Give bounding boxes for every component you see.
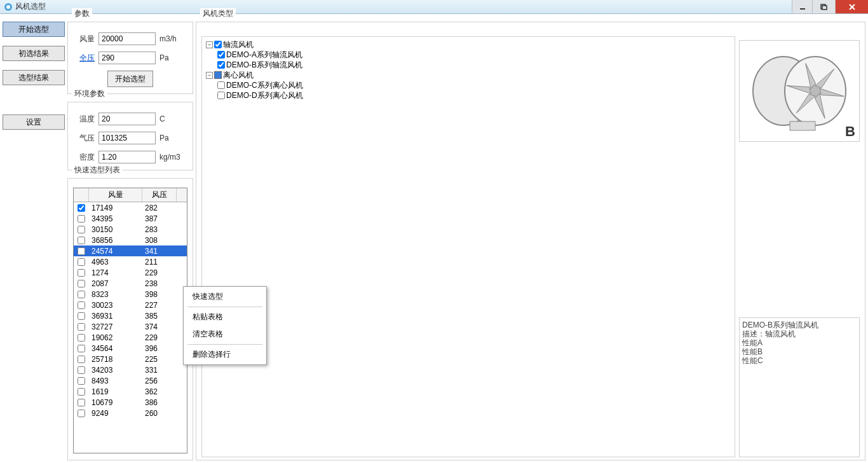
tree-node-centrifugal[interactable]: 离心风机 <box>223 70 254 80</box>
row-checkbox[interactable] <box>78 291 85 298</box>
flow-label: 风量 <box>73 34 95 45</box>
row-checkbox[interactable] <box>78 312 85 320</box>
table-row[interactable]: 2087238 <box>74 278 187 289</box>
fan-type-tree[interactable]: − 轴流风机 DEMO-A系列轴流风机 <box>201 36 735 457</box>
cell-flow: 8493 <box>89 377 142 385</box>
tree-checkbox[interactable] <box>214 41 222 48</box>
table-row[interactable]: 9249260 <box>74 408 187 418</box>
table-row[interactable]: 8493256 <box>74 375 187 386</box>
row-checkbox[interactable] <box>78 388 85 396</box>
row-checkbox[interactable] <box>78 269 85 277</box>
table-row[interactable]: 34564396 <box>74 343 187 354</box>
cell-press: 331 <box>142 366 177 375</box>
params-group-title: 参数 <box>72 8 92 19</box>
tree-checkbox[interactable] <box>217 61 225 69</box>
cell-press: 283 <box>142 225 177 234</box>
row-checkbox[interactable] <box>78 356 85 363</box>
cell-press: 385 <box>142 312 177 321</box>
row-checkbox[interactable] <box>78 280 85 287</box>
table-row[interactable]: 36856308 <box>74 235 187 245</box>
expander-icon[interactable]: − <box>206 72 213 79</box>
maximize-button[interactable] <box>812 0 835 13</box>
row-checkbox[interactable] <box>78 215 85 223</box>
table-row[interactable]: 10679386 <box>74 397 187 408</box>
titlebar: 风机选型 <box>0 0 868 14</box>
table-row[interactable]: 8323398 <box>74 289 187 300</box>
cell-press: 341 <box>142 247 177 256</box>
tree-checkbox-partial[interactable] <box>214 71 222 79</box>
table-row[interactable]: 25718225 <box>74 354 187 364</box>
table-row[interactable]: 30150283 <box>74 224 187 235</box>
row-checkbox[interactable] <box>78 366 85 374</box>
menu-quick-select[interactable]: 快速选型 <box>185 288 265 305</box>
table-row[interactable]: 34203331 <box>74 364 187 375</box>
tree-node-demo-b[interactable]: DEMO-B系列轴流风机 <box>226 60 302 70</box>
table-row[interactable]: 4963211 <box>74 256 187 267</box>
cell-flow: 8323 <box>89 290 142 299</box>
menu-clear-table[interactable]: 清空表格 <box>185 326 265 343</box>
row-checkbox[interactable] <box>78 301 85 309</box>
tree-checkbox[interactable] <box>217 81 225 89</box>
row-checkbox[interactable] <box>78 377 85 385</box>
row-checkbox[interactable] <box>78 247 85 255</box>
baro-input[interactable] <box>98 132 156 144</box>
cell-flow: 24574 <box>89 247 142 256</box>
tree-node-demo-a[interactable]: DEMO-A系列轴流风机 <box>226 50 302 60</box>
table-row[interactable]: 24574341 <box>74 245 187 256</box>
nav-start-selection[interactable]: 开始选型 <box>3 22 65 37</box>
menu-delete-row[interactable]: 删除选择行 <box>185 346 265 363</box>
flow-input[interactable] <box>98 32 156 45</box>
tree-node-demo-d[interactable]: DEMO-D系列离心风机 <box>226 90 303 100</box>
tree-checkbox[interactable] <box>217 51 225 59</box>
row-checkbox[interactable] <box>78 345 85 352</box>
tree-checkbox[interactable] <box>217 92 225 99</box>
tree-node-axial[interactable]: 轴流风机 <box>223 39 254 50</box>
row-checkbox[interactable] <box>78 323 85 331</box>
row-checkbox[interactable] <box>78 258 85 266</box>
table-row[interactable]: 36931385 <box>74 310 187 321</box>
row-checkbox[interactable] <box>78 204 85 212</box>
minimize-button[interactable] <box>792 0 812 13</box>
table-row[interactable]: 30023227 <box>74 300 187 310</box>
cell-press: 225 <box>142 355 177 364</box>
table-row[interactable]: 34395387 <box>74 213 187 224</box>
quick-list-title: 快速选型列表 <box>72 165 123 176</box>
cell-press: 396 <box>142 344 177 353</box>
table-row[interactable]: 32727374 <box>74 321 187 332</box>
temp-label: 温度 <box>73 114 95 125</box>
pressure-label-link[interactable]: 全压 <box>73 53 95 64</box>
temp-input[interactable] <box>98 113 156 125</box>
close-button[interactable] <box>835 0 868 13</box>
tree-node-demo-c[interactable]: DEMO-C系列离心风机 <box>226 80 303 90</box>
pressure-input[interactable] <box>98 52 156 64</box>
cell-press: 227 <box>142 301 177 310</box>
quick-list-body[interactable]: 1714928234395387301502833685630824574341… <box>74 202 187 453</box>
nav-settings[interactable]: 设置 <box>3 114 65 130</box>
pressure-unit: Pa <box>159 53 181 62</box>
cell-press: 282 <box>142 204 177 212</box>
col-press[interactable]: 风压 <box>142 188 177 202</box>
table-row[interactable]: 19062229 <box>74 332 187 343</box>
row-checkbox[interactable] <box>78 334 85 342</box>
nav-selection-result[interactable]: 选型结果 <box>3 70 65 85</box>
quick-list-group: 快速选型列表 风量 风压 171492823439538730150283368… <box>67 178 193 460</box>
row-checkbox[interactable] <box>78 399 85 406</box>
table-row[interactable]: 1274229 <box>74 267 187 278</box>
table-row[interactable]: 1619362 <box>74 386 187 397</box>
row-checkbox[interactable] <box>78 226 85 233</box>
expander-icon[interactable]: − <box>206 41 213 48</box>
table-row[interactable]: 17149282 <box>74 202 187 213</box>
env-group-title: 环境参数 <box>72 88 107 99</box>
col-flow[interactable]: 风量 <box>89 188 142 202</box>
cell-flow: 32727 <box>89 322 142 331</box>
cell-flow: 10679 <box>89 398 142 407</box>
density-input[interactable] <box>98 151 156 163</box>
cell-flow: 1619 <box>89 387 142 396</box>
nav-prelim-result[interactable]: 初选结果 <box>3 46 65 61</box>
row-checkbox[interactable] <box>78 237 85 244</box>
menu-paste-table[interactable]: 粘贴表格 <box>185 308 265 326</box>
row-checkbox[interactable] <box>78 410 85 417</box>
start-selection-button[interactable]: 开始选型 <box>107 71 153 87</box>
baro-label: 气压 <box>73 133 95 144</box>
baro-unit: Pa <box>159 134 181 142</box>
